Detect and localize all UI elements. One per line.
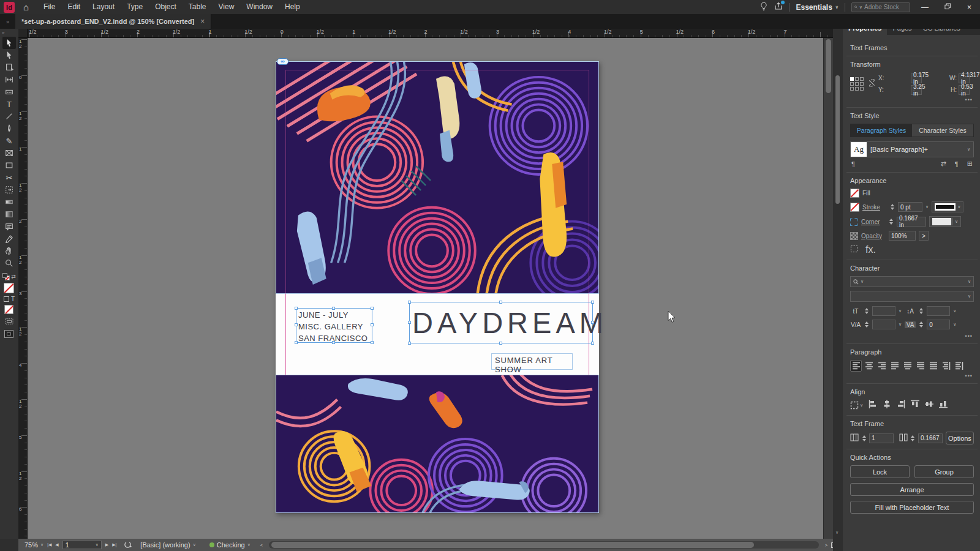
document-canvas[interactable]: JUNE - JULY MISC. GALLERY SAN FRANCISCO …	[28, 38, 823, 539]
gradient-feather-tool[interactable]	[2, 208, 16, 220]
align-left-edges-button[interactable]	[869, 400, 877, 411]
horizontal-scrollbar-thumb[interactable]	[271, 542, 754, 548]
vertical-scrollbar[interactable]	[823, 38, 833, 539]
tab-close-icon[interactable]: ×	[200, 17, 205, 26]
rectangle-frame-tool[interactable]	[2, 147, 16, 159]
leading-field[interactable]	[927, 306, 950, 316]
stroke-weight-field[interactable]: 0 pt	[898, 202, 922, 212]
swap-fill-stroke-icon[interactable]: ⇄	[11, 274, 16, 280]
y-field[interactable]: 3.25 in	[911, 85, 922, 95]
redefine-style-icon[interactable]: ⇄	[941, 160, 946, 168]
corner-style-dropdown[interactable]: ∨	[929, 216, 961, 227]
align-bottom-edges-button[interactable]	[939, 400, 948, 411]
frame-fitting-icon[interactable]	[850, 244, 858, 255]
menu-item[interactable]: View	[213, 0, 241, 14]
font-family-dropdown[interactable]: ∨ ∨	[850, 276, 974, 287]
align-left-button[interactable]	[850, 360, 862, 372]
home-icon[interactable]: ⌂	[23, 2, 29, 12]
corner-stepper[interactable]	[889, 219, 894, 225]
workflow-status-control[interactable]: [Basic] (working) ∨	[140, 541, 195, 549]
ruler-corner[interactable]	[18, 29, 28, 38]
opacity-label[interactable]: Opacity	[861, 233, 886, 239]
page-tool[interactable]	[2, 61, 16, 73]
content-collector-tool[interactable]	[2, 86, 16, 98]
paragraph-more-options[interactable]: •••	[850, 373, 973, 379]
zoom-tool[interactable]	[2, 257, 16, 269]
text-frame-options-button[interactable]: Options	[946, 432, 974, 444]
last-page-button[interactable]: ▶|	[112, 542, 116, 547]
justify-center-button[interactable]	[902, 360, 913, 372]
pencil-tool[interactable]: ✎	[2, 135, 16, 147]
page-number-field[interactable]: 1 ∨	[62, 541, 102, 549]
scroll-right-arrow[interactable]: >	[825, 543, 827, 547]
gap-tool[interactable]	[2, 73, 16, 86]
view-options-icon[interactable]	[5, 317, 13, 328]
arrange-button[interactable]: Arrange	[850, 483, 974, 496]
learn-bulb-icon[interactable]	[760, 2, 768, 13]
menu-item[interactable]: Help	[279, 0, 306, 14]
w-field[interactable]: 4.1317 in	[959, 73, 970, 83]
align-right-edges-button[interactable]	[897, 400, 905, 411]
columns-stepper[interactable]	[862, 435, 866, 441]
align-center-button[interactable]	[863, 360, 875, 372]
panel-expand-icon[interactable]: »	[6, 19, 9, 25]
x-field[interactable]: 0.175 in	[911, 73, 922, 83]
fill-with-placeholder-text-button[interactable]: Fill with Placeholder Text	[850, 501, 974, 514]
align-to-selector[interactable]: ∨	[850, 401, 863, 410]
preflight-menu-icon[interactable]	[124, 541, 132, 550]
workspace-switcher[interactable]: Essentials ∨	[796, 3, 839, 12]
menu-item[interactable]: File	[37, 0, 61, 14]
type-tool[interactable]: T	[2, 98, 16, 110]
menu-item[interactable]: Table	[183, 0, 213, 14]
indesign-logo-icon[interactable]: Id	[4, 2, 15, 13]
font-style-dropdown[interactable]: ∨	[850, 291, 974, 302]
gutter-stepper[interactable]	[911, 435, 915, 441]
first-page-button[interactable]: |◀	[47, 542, 51, 547]
title-text-frame[interactable]: DAYDREAM	[409, 302, 593, 343]
panel-scrollbar-thumb[interactable]	[835, 75, 840, 204]
font-size-field[interactable]	[872, 306, 895, 316]
color-theme-tool[interactable]	[2, 233, 16, 245]
preflight-status-control[interactable]: Checking ∨	[209, 541, 251, 549]
tab-character-styles[interactable]: Character Styles	[912, 124, 973, 137]
share-icon[interactable]	[774, 2, 783, 12]
formatting-container-icon[interactable]	[4, 296, 9, 302]
scroll-left-arrow[interactable]: <	[260, 543, 263, 547]
fill-swatch[interactable]	[850, 189, 859, 198]
create-style-icon[interactable]: ⊞	[967, 160, 973, 168]
zoom-level-control[interactable]: 75% ∨	[24, 541, 43, 549]
tab-paragraph-styles[interactable]: Paragraph Styles	[851, 124, 912, 137]
gradient-swatch-tool[interactable]	[2, 196, 16, 208]
menu-item[interactable]: Edit	[61, 0, 86, 14]
stroke-swatch[interactable]	[850, 203, 859, 212]
reference-point-selector[interactable]	[850, 77, 862, 91]
cc-link-badge-icon[interactable]: ∞	[277, 58, 288, 65]
scissors-tool[interactable]: ✂	[2, 171, 16, 184]
selection-tool[interactable]	[2, 37, 16, 49]
kerning-field[interactable]	[872, 320, 895, 329]
note-tool[interactable]	[2, 220, 16, 233]
tracking-field[interactable]: 0	[927, 320, 950, 329]
formatting-text-icon[interactable]: T	[11, 296, 15, 302]
restore-button[interactable]	[940, 3, 956, 12]
panel-scroll-down-icon[interactable]: ∨	[835, 530, 839, 535]
stock-search-box[interactable]: ∨	[851, 2, 910, 12]
font-size-stepper[interactable]	[864, 308, 869, 314]
justify-all-button[interactable]	[927, 360, 939, 372]
hand-tool[interactable]	[2, 245, 16, 257]
subtitle-text-frame[interactable]: SUMMER ART SHOW	[491, 353, 573, 370]
panel-expand-icon[interactable]: »	[2, 30, 4, 36]
minimize-button[interactable]: —	[916, 3, 933, 12]
rectangle-tool[interactable]	[2, 159, 16, 171]
pen-tool[interactable]	[2, 122, 16, 135]
align-right-button[interactable]	[876, 360, 888, 372]
vertical-ruler[interactable]: 120121122123124125126	[18, 38, 28, 539]
postcard-page[interactable]: JUNE - JULY MISC. GALLERY SAN FRANCISCO …	[276, 61, 599, 513]
corner-label[interactable]: Corner	[861, 219, 886, 225]
panel-scrollbar[interactable]: ∨	[833, 14, 843, 551]
tracking-stepper[interactable]	[919, 321, 924, 328]
justify-right-button[interactable]	[914, 360, 926, 372]
apply-none-swatch[interactable]	[4, 305, 13, 314]
align-top-edges-button[interactable]	[911, 400, 919, 411]
justify-left-button[interactable]	[889, 360, 900, 372]
